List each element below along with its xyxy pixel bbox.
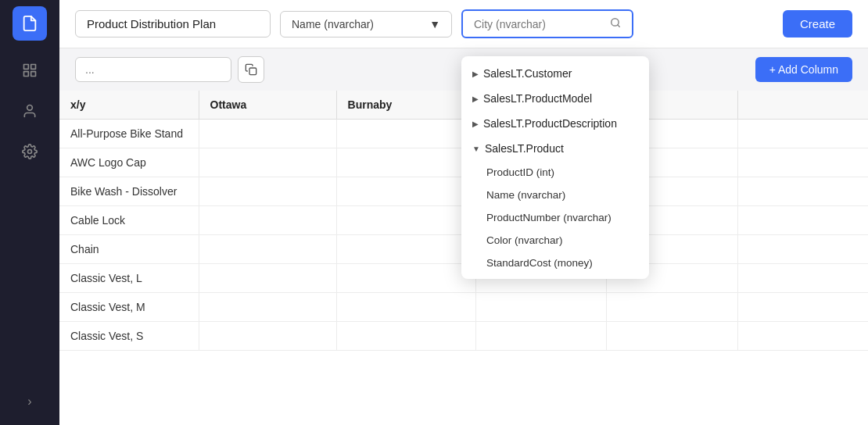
dropdown-item-productmodel[interactable]: ▶ SalesLT.ProductModel — [461, 86, 649, 111]
column-header-xy: x/y — [59, 91, 199, 120]
column-header-ottawa: Ottawa — [199, 91, 336, 120]
table-search-input[interactable] — [75, 57, 231, 82]
arrow-icon-product: ▼ — [472, 145, 480, 153]
table-cell: Classic Vest, L — [59, 264, 199, 293]
column-dropdown: ▶ SalesLT.Customer ▶ SalesLT.ProductMode… — [461, 56, 649, 279]
main-content: Name (nvarchar) ▼ ▶ SalesLT.Customer — [59, 0, 868, 425]
dropdown-subitem-standardcost[interactable]: StandardCost (money) — [461, 252, 649, 274]
dropdown-subitem-productnumber[interactable]: ProductNumber (nvarchar) — [461, 206, 649, 229]
dropdown-subitem-color[interactable]: Color (nvarchar) — [461, 229, 649, 252]
create-button[interactable]: Create — [783, 10, 852, 38]
table-cell[interactable] — [336, 206, 475, 235]
svg-rect-1 — [31, 65, 36, 70]
table-cell[interactable] — [336, 235, 475, 264]
copy-button[interactable] — [238, 56, 264, 83]
sidebar: › — [0, 0, 59, 425]
svg-rect-2 — [24, 72, 29, 77]
svg-point-5 — [28, 150, 32, 154]
svg-rect-0 — [24, 65, 29, 70]
table-cell: All-Purpose Bike Stand — [59, 120, 199, 148]
chevron-down-icon: ▼ — [429, 18, 440, 30]
arrow-icon-productmodel: ▶ — [472, 95, 479, 103]
table-row: Classic Vest, M — [59, 293, 868, 322]
table-cell: Classic Vest, S — [59, 322, 199, 351]
expand-icon[interactable]: › — [13, 384, 47, 419]
table-cell[interactable] — [475, 293, 606, 322]
svg-rect-8 — [249, 68, 256, 75]
add-column-button[interactable]: + Add Column — [755, 57, 852, 82]
table-cell[interactable] — [199, 293, 336, 322]
name-field-select[interactable]: Name (nvarchar) ▼ — [280, 11, 452, 38]
column-header-burnaby: Burnaby — [336, 91, 475, 120]
table-cell[interactable] — [737, 206, 868, 235]
grid-icon[interactable] — [13, 53, 47, 88]
table-cell[interactable] — [336, 120, 475, 148]
person-icon[interactable] — [13, 94, 47, 128]
table-cell[interactable] — [737, 235, 868, 264]
table-cell: AWC Logo Cap — [59, 148, 199, 177]
table-cell[interactable] — [199, 206, 336, 235]
city-search-input[interactable] — [474, 18, 610, 30]
dropdown-item-customer[interactable]: ▶ SalesLT.Customer — [461, 61, 649, 86]
dropdown-label-customer: SalesLT.Customer — [483, 67, 572, 80]
document-icon[interactable] — [13, 6, 47, 41]
arrow-icon-customer: ▶ — [472, 70, 479, 78]
table-row: Classic Vest, S — [59, 322, 868, 351]
dropdown-label-productmodel: SalesLT.ProductModel — [483, 92, 592, 105]
table-cell[interactable] — [336, 177, 475, 206]
dropdown-label-productdescription: SalesLT.ProductDescription — [483, 117, 617, 130]
table-cell[interactable] — [336, 293, 475, 322]
table-cell: Cable Lock — [59, 206, 199, 235]
dropdown-item-productdescription[interactable]: ▶ SalesLT.ProductDescription — [461, 111, 649, 136]
dropdown-item-product[interactable]: ▼ SalesLT.Product — [461, 136, 649, 161]
header: Name (nvarchar) ▼ ▶ SalesLT.Customer — [59, 0, 868, 48]
city-field-select[interactable] — [461, 9, 633, 38]
table-cell[interactable] — [737, 148, 868, 177]
table-cell[interactable] — [737, 322, 868, 351]
arrow-icon-productdescription: ▶ — [472, 120, 479, 128]
svg-line-7 — [618, 25, 620, 27]
table-cell[interactable] — [336, 322, 475, 351]
table-cell[interactable] — [336, 148, 475, 177]
svg-point-4 — [27, 105, 33, 111]
table-cell[interactable] — [199, 264, 336, 293]
table-cell[interactable] — [336, 264, 475, 293]
table-cell: Classic Vest, M — [59, 293, 199, 322]
table-cell[interactable] — [475, 322, 606, 351]
table-cell[interactable] — [199, 322, 336, 351]
table-cell[interactable] — [199, 120, 336, 148]
city-field-wrapper: ▶ SalesLT.Customer ▶ SalesLT.ProductMode… — [461, 9, 633, 38]
table-cell: Bike Wash - Dissolver — [59, 177, 199, 206]
table-cell[interactable] — [737, 177, 868, 206]
svg-rect-3 — [31, 72, 36, 77]
plan-title-input[interactable] — [75, 10, 271, 38]
name-field-label: Name (nvarchar) — [292, 18, 374, 30]
dropdown-label-product: SalesLT.Product — [485, 142, 564, 155]
table-cell[interactable] — [606, 322, 737, 351]
dropdown-subitem-productid[interactable]: ProductID (int) — [461, 161, 649, 184]
table-cell[interactable] — [737, 293, 868, 322]
table-cell[interactable] — [199, 148, 336, 177]
table-cell[interactable] — [199, 177, 336, 206]
column-header-empty2 — [737, 91, 868, 120]
table-cell[interactable] — [737, 264, 868, 293]
gear-icon[interactable] — [13, 134, 47, 169]
table-cell[interactable] — [199, 235, 336, 264]
table-cell[interactable] — [606, 293, 737, 322]
table-cell[interactable] — [737, 120, 868, 148]
table-cell: Chain — [59, 235, 199, 264]
sidebar-bottom: › — [13, 384, 47, 419]
search-icon — [610, 17, 621, 30]
dropdown-subitem-name[interactable]: Name (nvarchar) — [461, 184, 649, 206]
